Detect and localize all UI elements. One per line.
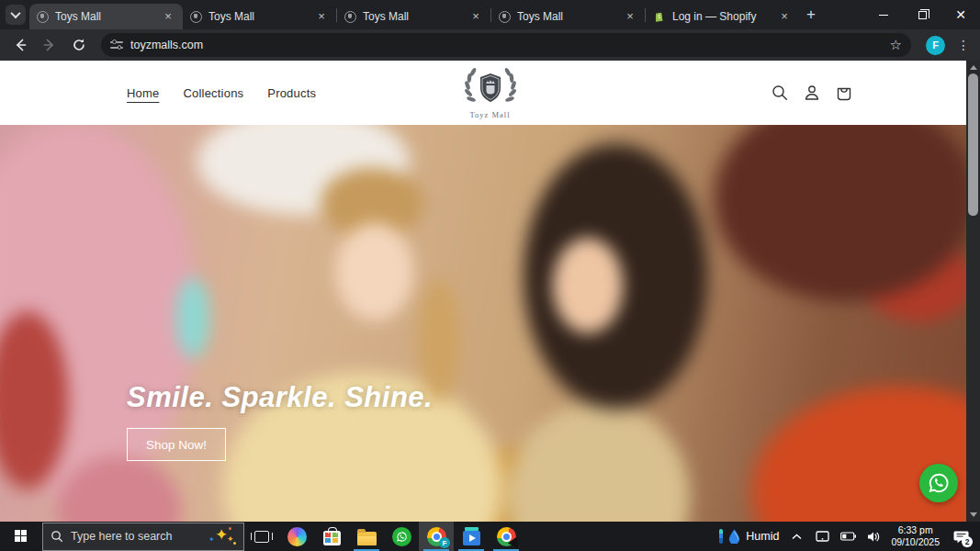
- account-icon[interactable]: [803, 84, 821, 102]
- tab-toys-mall-4[interactable]: Toys Mall ×: [491, 4, 645, 29]
- volume-button[interactable]: [865, 522, 882, 551]
- profile-avatar[interactable]: F: [926, 36, 945, 55]
- close-icon: ✕: [955, 8, 966, 21]
- close-button[interactable]: ✕: [941, 0, 980, 29]
- taskbar-copilot[interactable]: [279, 522, 314, 551]
- bookmark-star-icon[interactable]: ☆: [890, 37, 902, 53]
- tab-close-icon[interactable]: ×: [623, 9, 637, 24]
- scrollbar-thumb[interactable]: [968, 73, 978, 216]
- taskbar-search-placeholder: Type here to search: [71, 530, 201, 543]
- site-header: Home Collections Products: [0, 61, 980, 125]
- chevron-down-icon: [10, 8, 20, 18]
- toys-mall-favicon: [190, 11, 202, 23]
- whatsapp-icon: [927, 471, 951, 495]
- forward-button[interactable]: [37, 32, 62, 58]
- speaker-icon: [867, 531, 881, 543]
- taskbar-movies-tv[interactable]: [454, 522, 489, 551]
- browser-tab-strip: Toys Mall × Toys Mall × Toys Mall × Toys…: [0, 0, 980, 29]
- tablet-mode-button[interactable]: [814, 522, 830, 551]
- copilot-icon: [287, 527, 307, 546]
- tab-title: Toys Mall: [517, 10, 616, 23]
- toys-mall-favicon: [37, 11, 49, 23]
- file-explorer-icon: [357, 532, 377, 545]
- minimize-button[interactable]: [864, 0, 903, 29]
- search-icon[interactable]: [771, 84, 789, 102]
- forward-icon: [42, 38, 57, 52]
- shop-now-button[interactable]: Shop Now!: [127, 428, 226, 461]
- start-button[interactable]: [0, 522, 42, 551]
- nav-link-products[interactable]: Products: [267, 86, 316, 100]
- chrome-profile-badge: F: [439, 537, 450, 548]
- weather-label: Humid: [746, 530, 779, 543]
- toys-mall-favicon: [344, 11, 356, 23]
- tab-shopify-login[interactable]: Log in — Shopify ×: [646, 4, 799, 29]
- tab-close-icon[interactable]: ×: [314, 9, 329, 24]
- tab-toys-mall-2[interactable]: Toys Mall ×: [183, 4, 336, 29]
- minimize-icon: [879, 15, 888, 16]
- tab-search-button[interactable]: [6, 5, 26, 25]
- toys-mall-favicon: [499, 11, 511, 23]
- hero-image: [0, 125, 966, 522]
- logo-text: Toyz Mall: [449, 110, 532, 119]
- tab-title: Log in — Shopify: [672, 10, 771, 23]
- notification-center-button[interactable]: 2: [949, 522, 973, 551]
- taskbar-chrome-active[interactable]: F: [419, 522, 454, 551]
- hero-section: Smile. Sparkle. Shine. Shop Now!: [0, 125, 966, 522]
- tab-title: Toys Mall: [363, 10, 462, 23]
- battery-icon: [840, 532, 856, 541]
- task-view-button[interactable]: [244, 522, 279, 551]
- battery-button[interactable]: [839, 522, 856, 551]
- whatsapp-chat-button[interactable]: [919, 464, 958, 502]
- thermometer-icon: [719, 529, 723, 544]
- copilot-sparkles-icon: ✦✦✦: [208, 525, 236, 547]
- url-text[interactable]: toyzmalls.com: [130, 39, 883, 51]
- taskbar-microsoft-store[interactable]: [314, 522, 349, 551]
- tab-close-icon[interactable]: ×: [468, 9, 483, 24]
- site-info-icon[interactable]: [110, 39, 123, 51]
- nav-link-collections[interactable]: Collections: [183, 86, 243, 100]
- reload-button[interactable]: [66, 32, 92, 58]
- whatsapp-icon: [392, 527, 411, 546]
- site-logo[interactable]: Toyz Mall: [449, 66, 532, 119]
- windows-taskbar: Type here to search ✦✦✦ F Humid: [0, 522, 980, 551]
- tab-toys-mall-1[interactable]: Toys Mall ×: [29, 4, 183, 29]
- taskbar-search-box[interactable]: Type here to search ✦✦✦: [42, 523, 244, 551]
- cart-bag-icon[interactable]: [835, 84, 853, 102]
- scrollbar[interactable]: [966, 61, 980, 522]
- movies-tv-icon: [463, 531, 480, 545]
- new-tab-button[interactable]: +: [799, 3, 823, 27]
- clock-time: 6:33 pm: [891, 524, 940, 536]
- windows-logo-icon: [15, 530, 28, 543]
- header-icons: [771, 84, 853, 102]
- taskbar-clock[interactable]: 6:33 pm 09/10/2025: [891, 524, 940, 548]
- taskbar-chrome-capture[interactable]: [489, 522, 524, 551]
- weather-widget[interactable]: Humid: [719, 529, 779, 544]
- restore-icon: [918, 11, 927, 19]
- hero-title: Smile. Sparkle. Shine.: [127, 381, 433, 414]
- tab-close-icon[interactable]: ×: [161, 9, 175, 24]
- task-view-icon: [254, 531, 269, 543]
- tab-toys-mall-3[interactable]: Toys Mall ×: [337, 4, 490, 29]
- microsoft-store-icon: [323, 531, 341, 545]
- main-nav: Home Collections Products: [127, 86, 316, 100]
- window-controls: ✕: [864, 0, 980, 29]
- back-icon: [13, 38, 28, 52]
- reload-icon: [72, 38, 86, 52]
- taskbar-search-icon: [51, 530, 63, 543]
- scrollbar-up-arrow[interactable]: [970, 65, 977, 70]
- tab-close-icon[interactable]: ×: [777, 9, 792, 24]
- tab-title: Toys Mall: [55, 10, 154, 23]
- browser-menu-icon[interactable]: ⋮: [954, 38, 973, 52]
- nav-link-home[interactable]: Home: [127, 86, 159, 100]
- taskbar-file-explorer[interactable]: [349, 522, 384, 551]
- scrollbar-down-arrow[interactable]: [970, 512, 977, 517]
- chevron-up-icon: [792, 534, 802, 540]
- hidden-icons-button[interactable]: [788, 522, 805, 551]
- restore-button[interactable]: [903, 0, 941, 29]
- clock-date: 09/10/2025: [891, 536, 940, 548]
- taskbar-whatsapp[interactable]: [384, 522, 419, 551]
- address-bar[interactable]: toyzmalls.com ☆: [101, 33, 911, 57]
- browser-toolbar: toyzmalls.com ☆ F ⋮: [0, 29, 980, 61]
- webpage: Home Collections Products: [0, 61, 980, 522]
- back-button[interactable]: [7, 32, 33, 58]
